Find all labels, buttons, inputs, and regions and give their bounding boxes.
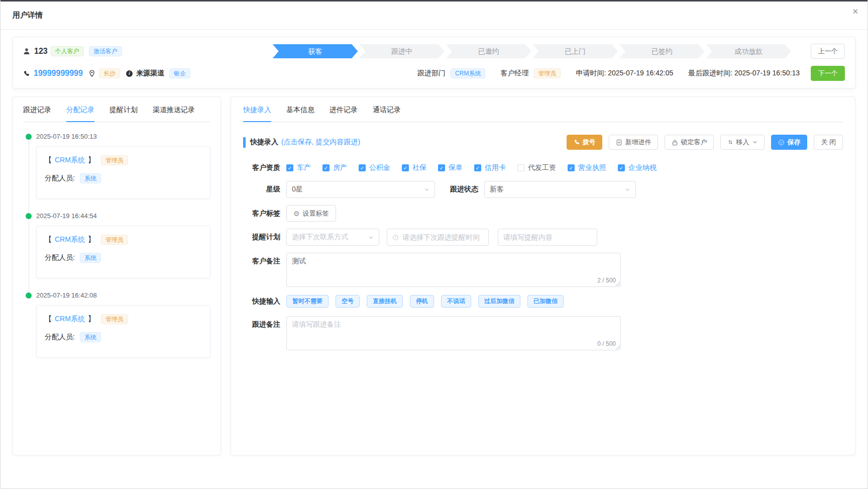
timeline-tail	[29, 219, 29, 292]
checkbox-business-license[interactable]: ✓营业执照	[568, 163, 606, 172]
gear-icon: ⚙	[293, 210, 300, 217]
detail-panel: 快捷录入 基本信息 进件记录 通话记录 快捷录入 (点击保存, 提交内容跟进) …	[231, 96, 855, 455]
user-icon	[23, 48, 30, 55]
checkbox-icon: ✓	[322, 164, 330, 171]
chevron-down-icon	[368, 235, 374, 240]
reminder-time-input[interactable]	[387, 229, 489, 246]
follow-status-select[interactable]: 新客	[484, 181, 636, 198]
clock-icon	[392, 234, 399, 241]
quick-input-row: 快捷输入 暂时不需要 空号 直接挂机 停机 不说话 过后加微信 已加微信	[243, 295, 843, 308]
customer-type-badge: 个人客户	[51, 46, 84, 56]
close-icon[interactable]: ✕	[852, 8, 858, 15]
system-link[interactable]: CRM系统	[55, 315, 85, 324]
customer-note-wrap: 测试 2 / 500	[286, 253, 621, 287]
phone-icon	[23, 70, 30, 77]
bracket-close: 】	[88, 315, 95, 324]
assignee-badge: 系统	[80, 332, 101, 342]
section-header: 快捷录入 (点击保存, 提交内容跟进) 拨号 新增进件 锁定客户 移入	[243, 135, 843, 150]
checkbox-house[interactable]: ✓房产	[322, 163, 347, 172]
lock-icon	[672, 139, 678, 146]
checkbox-icon: ✓	[438, 164, 445, 171]
quick-tag-no-answer[interactable]: 不说话	[441, 295, 471, 308]
checkbox-social-security[interactable]: ✓社保	[402, 163, 426, 172]
assignee-label: 分配人员:	[45, 174, 75, 183]
checkbox-insurance-policy[interactable]: ✓保单	[438, 163, 463, 172]
qualification-options: ✓车产 ✓房产 ✓公积金 ✓社保 ✓保单 ✓信用卡 代发工资 ✓营业执照 ✓企业…	[286, 162, 657, 174]
check-circle-icon	[778, 139, 785, 146]
progress-steps: 获客 跟进中 已邀约 已上门 已签约 成功放款	[273, 44, 793, 58]
prev-button[interactable]: 上一个	[811, 44, 845, 59]
follow-status-label: 跟进状态	[450, 185, 478, 194]
lock-customer-button[interactable]: 锁定客户	[665, 135, 714, 150]
source-channel-badge: 银企	[169, 68, 190, 78]
tab-quick-entry[interactable]: 快捷录入	[243, 106, 271, 122]
star-status-row: 星级 0星 跟进状态 新客	[243, 181, 843, 198]
reminder-plan-row: 提醒计划 选择下次联系方式	[243, 229, 843, 246]
checkbox-salary-payment[interactable]: 代发工资	[517, 163, 556, 172]
close-button[interactable]: 关 闭	[814, 135, 843, 150]
checkbox-credit-card[interactable]: ✓信用卡	[474, 163, 506, 172]
checkbox-icon: ✓	[568, 164, 575, 171]
checkbox-corporate-tax[interactable]: ✓企业纳税	[618, 163, 657, 172]
tab-application-records[interactable]: 进件记录	[330, 106, 358, 122]
tab-channel-push-records[interactable]: 渠道推送记录	[153, 106, 195, 122]
checkbox-car[interactable]: ✓车产	[286, 163, 311, 172]
customer-phone[interactable]: 19999999999	[34, 69, 83, 78]
checkbox-icon: ✓	[359, 164, 366, 171]
customer-note-textarea[interactable]: 测试	[286, 253, 621, 287]
timeline-item: 2025-07-19 16:42:08 【 CRM系统 】 管理员 分配人员: …	[23, 291, 210, 358]
source-channel-label: 来源渠道	[136, 69, 164, 78]
checkbox-icon: ✓	[402, 164, 409, 171]
quick-input-tags: 暂时不需要 空号 直接挂机 停机 不说话 过后加微信 已加微信	[286, 295, 564, 308]
next-button[interactable]: 下一个	[811, 66, 845, 81]
dept-label: 跟进部门	[417, 69, 446, 78]
system-link[interactable]: CRM系统	[55, 235, 85, 244]
quick-tag-empty-number[interactable]: 空号	[336, 295, 360, 308]
quick-tag-wechat-added[interactable]: 已加微信	[527, 295, 564, 308]
bracket-close: 】	[88, 156, 95, 165]
dept-badge: CRM系统	[451, 68, 485, 78]
dial-button[interactable]: 拨号	[567, 135, 602, 150]
step-visited[interactable]: 已上门	[532, 44, 618, 58]
timeline-card: 【 CRM系统 】 管理员 分配人员: 系统	[36, 226, 210, 278]
qualification-label: 客户资质	[243, 163, 280, 172]
assignee-label: 分配人员:	[45, 333, 75, 342]
follow-note-textarea[interactable]	[286, 316, 621, 350]
qualification-row: 客户资质 ✓车产 ✓房产 ✓公积金 ✓社保 ✓保单 ✓信用卡 代发工资 ✓营业执…	[243, 162, 843, 174]
system-link[interactable]: CRM系统	[55, 156, 85, 165]
phone-icon	[574, 139, 580, 145]
tab-reminder-plan[interactable]: 提醒计划	[110, 106, 138, 122]
step-acquire[interactable]: 获客	[273, 44, 358, 58]
quick-tag-wechat-later[interactable]: 过后加微信	[478, 295, 520, 308]
set-tags-button[interactable]: ⚙ 设置标签	[286, 205, 336, 222]
step-following[interactable]: 跟进中	[359, 44, 445, 58]
operator-badge: 管理员	[101, 235, 128, 245]
follow-note-label: 跟进备注	[243, 320, 280, 329]
tab-basic-info[interactable]: 基本信息	[286, 106, 314, 122]
move-into-button[interactable]: 移入	[720, 135, 765, 150]
tab-follow-records[interactable]: 跟进记录	[23, 106, 51, 122]
star-select[interactable]: 0星	[286, 181, 435, 198]
add-application-button[interactable]: 新增进件	[609, 135, 658, 150]
assignee-badge: 系统	[80, 253, 101, 263]
next-contact-method-select[interactable]: 选择下次联系方式	[286, 229, 379, 246]
timeline-date: 2025-07-19 16:50:13	[36, 133, 210, 140]
customer-name: 123	[34, 47, 48, 56]
quick-tag-hung-up[interactable]: 直接挂机	[367, 295, 403, 308]
timeline-card: 【 CRM系统 】 管理员 分配人员: 系统	[36, 146, 210, 199]
checkbox-icon: ✓	[286, 164, 293, 171]
save-button[interactable]: 保存	[771, 135, 807, 150]
tab-assign-records[interactable]: 分配记录	[66, 106, 94, 122]
quick-entry-form: 客户资质 ✓车产 ✓房产 ✓公积金 ✓社保 ✓保单 ✓信用卡 代发工资 ✓营业执…	[243, 162, 843, 350]
step-signed[interactable]: 已签约	[619, 44, 705, 58]
dialog-header: 用户详情 ✕	[1, 2, 867, 30]
tab-call-records[interactable]: 通话记录	[373, 106, 401, 122]
follow-note-wrap: 0 / 500	[286, 316, 621, 350]
step-funded[interactable]: 成功放款	[706, 44, 791, 58]
checkbox-provident-fund[interactable]: ✓公积金	[359, 163, 390, 172]
quick-tag-not-needed[interactable]: 暂时不需要	[286, 295, 329, 308]
step-invited[interactable]: 已邀约	[446, 44, 531, 58]
quick-tag-suspended[interactable]: 停机	[410, 295, 434, 308]
assignee-label: 分配人员:	[45, 253, 75, 262]
reminder-content-input[interactable]	[498, 229, 597, 246]
